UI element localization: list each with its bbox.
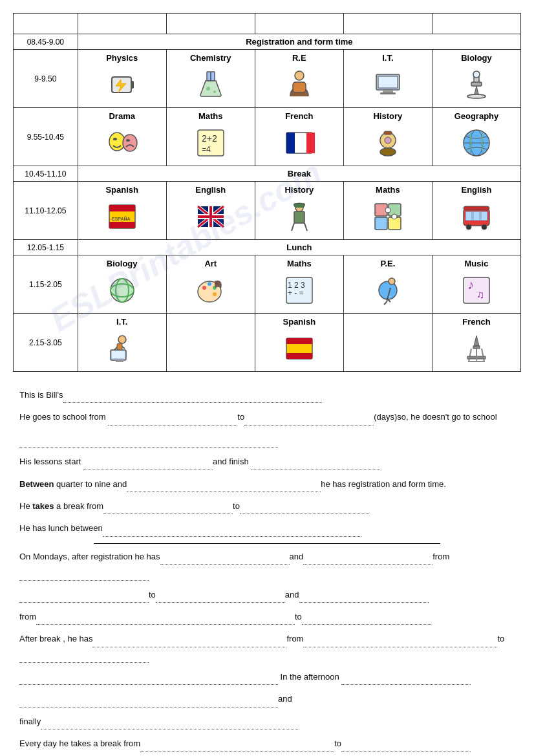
svg-point-62 [466, 224, 471, 230]
subject-name: Maths [168, 111, 253, 121]
svg-rect-14 [471, 82, 482, 86]
subject-icon [345, 197, 431, 236]
subject-cell-r4-c0: Spanish ESPAÑA [78, 182, 166, 240]
subject-cell-r4-c4: English [432, 182, 520, 240]
svg-point-55 [385, 208, 390, 213]
subject-name: Chemistry [168, 53, 253, 63]
ws-line9b: In the afternoon [19, 669, 515, 685]
svg-rect-11 [383, 90, 393, 92]
ws-line2b [19, 432, 515, 448]
time-cell-6: 1.15-2.05 [14, 255, 78, 314]
ws-line5: He takes a break from to [19, 499, 515, 514]
svg-point-70 [208, 282, 211, 286]
subject-name: History [345, 111, 431, 121]
subject-icon [257, 124, 342, 162]
svg-point-63 [482, 224, 487, 230]
subject-cell-r1-c4: Biology [432, 50, 520, 108]
subject-cell-r6-c4: Music ♪ ♫ [432, 255, 520, 314]
subject-icon [257, 65, 342, 104]
svg-point-72 [213, 292, 217, 296]
svg-line-49 [292, 223, 294, 231]
svg-rect-53 [375, 217, 387, 230]
ws-line3: His lessons start and finish [19, 454, 515, 470]
subject-name: I.T. [80, 317, 165, 327]
subject-cell-r6-c2: Maths 1 2 3 + - = [255, 255, 343, 314]
subject-name: Art [168, 259, 253, 268]
svg-point-19 [123, 135, 137, 151]
svg-point-29 [380, 148, 396, 156]
ws-line9c: and [19, 691, 515, 707]
subject-icon [80, 124, 165, 162]
ws-line4: Between quarter to nine and he has regis… [19, 477, 515, 492]
svg-point-18 [113, 138, 117, 140]
svg-rect-48 [294, 211, 304, 223]
subject-icon [434, 124, 519, 162]
svg-text:♫: ♫ [476, 289, 484, 300]
time-cell-3: 10.45-11.10 [14, 166, 78, 182]
subject-icon [434, 197, 519, 236]
ws-line8: from to [19, 609, 515, 625]
subject-icon [345, 65, 431, 104]
subject-name: History [257, 185, 342, 195]
subject-cell-r4-c2: History [255, 182, 343, 240]
svg-point-6 [213, 91, 216, 93]
svg-text:♪: ♪ [467, 277, 474, 292]
subject-icon [345, 124, 431, 162]
ws-line9: After break , he has from to [19, 631, 515, 663]
subject-icon: ♪ ♫ [434, 271, 519, 310]
svg-point-20 [126, 139, 130, 142]
ws-line1: This is Bill's [19, 387, 515, 403]
subject-cell-r1-c0: Physics [78, 50, 166, 108]
subject-icon: ESPAÑA [80, 197, 165, 236]
subject-name: Biology [434, 53, 519, 63]
svg-rect-26 [306, 133, 315, 153]
svg-point-16 [473, 71, 480, 78]
subject-cell-r4-c3: Maths [343, 182, 432, 240]
subject-name: Spanish [80, 185, 165, 195]
ws-line10: finally [19, 714, 515, 729]
svg-marker-94 [474, 336, 479, 346]
subject-icon [257, 329, 342, 368]
header-monday [78, 14, 166, 34]
time-cell-0: 08.45-9.00 [14, 34, 78, 50]
subject-cell-r1-c3: I.T. [343, 50, 432, 108]
svg-point-15 [467, 94, 486, 98]
subject-icon [345, 271, 431, 310]
header-time [14, 14, 78, 34]
subject-name: English [168, 185, 253, 195]
subject-icon [168, 197, 253, 236]
subject-icon [434, 65, 519, 104]
svg-rect-46 [198, 215, 224, 218]
svg-line-50 [304, 223, 307, 231]
svg-text:2+2: 2+2 [202, 133, 217, 144]
subject-name: Biology [80, 259, 165, 268]
schedule-table: 08.45-9.00Registration and form time9-9.… [13, 13, 521, 372]
time-cell-2: 9.55-10.45 [14, 108, 78, 166]
worksheet: This is Bill's He goes to school from to… [13, 387, 521, 752]
svg-rect-35 [109, 205, 135, 211]
subject-cell-r2-c0: Drama [78, 108, 166, 166]
time-cell-7: 2.15-3.05 [14, 314, 78, 372]
subject-cell-r2-c2: French [255, 108, 343, 166]
subject-cell-r2-c3: History [343, 108, 432, 166]
subject-icon [80, 65, 165, 104]
svg-rect-3 [207, 72, 211, 81]
svg-rect-92 [286, 338, 312, 344]
svg-text:+ - =: + - = [288, 288, 304, 297]
svg-rect-28 [384, 131, 392, 135]
subject-icon [168, 65, 253, 104]
subject-name: Drama [80, 111, 165, 121]
full-row-0: Registration and form time [78, 34, 520, 50]
subject-icon [434, 329, 519, 368]
svg-point-56 [392, 214, 397, 219]
divider-line [94, 543, 440, 544]
svg-rect-36 [109, 222, 135, 228]
svg-line-79 [384, 302, 387, 305]
subject-cell-r2-c4: Geography [432, 108, 520, 166]
header-thursday [343, 14, 432, 34]
svg-rect-4 [211, 72, 215, 81]
ws-line2: He goes to school from to (days)so, he d… [19, 409, 515, 425]
svg-rect-93 [286, 353, 312, 359]
header-friday [432, 14, 520, 34]
subject-cell-r7-c0: I.T. [78, 314, 166, 372]
